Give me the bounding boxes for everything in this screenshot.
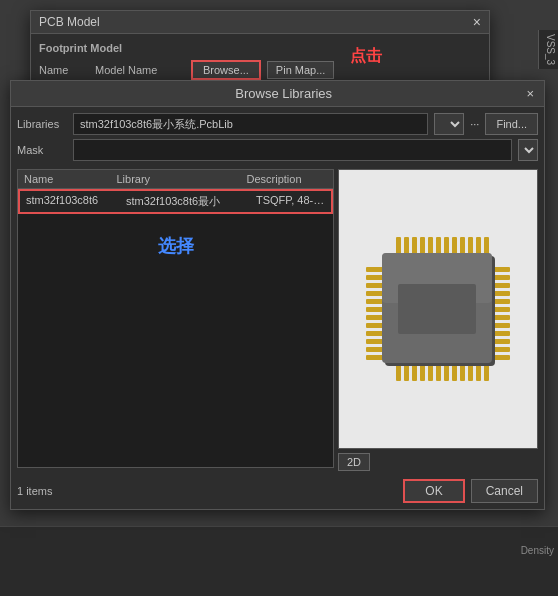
chip-preview <box>358 229 518 389</box>
svg-rect-9 <box>366 339 384 344</box>
browse-close-button[interactable]: × <box>526 86 534 101</box>
pcb-model-close-button[interactable]: × <box>473 15 481 29</box>
ok-button[interactable]: OK <box>403 479 464 503</box>
svg-rect-3 <box>366 291 384 296</box>
cell-name: stm32f103c8t6 <box>20 191 120 212</box>
right-side-label: VSS_3 <box>538 30 558 69</box>
description-header: Description <box>241 170 334 188</box>
svg-rect-31 <box>452 237 457 255</box>
libraries-label: Libraries <box>17 118 67 130</box>
svg-rect-30 <box>444 237 449 255</box>
browse-title: Browse Libraries <box>41 86 526 101</box>
name-header: Name <box>18 170 111 188</box>
pcb-model-titlebar: PCB Model × <box>31 11 489 34</box>
svg-rect-1 <box>366 275 384 280</box>
mask-label: Mask <box>17 144 67 156</box>
pinmap-button[interactable]: Pin Map... <box>267 61 335 79</box>
svg-rect-51 <box>398 284 476 334</box>
click-annotation: 点击 <box>350 46 382 67</box>
svg-rect-8 <box>366 331 384 336</box>
cell-description: TSQFP, 48-Lea <box>250 191 331 212</box>
library-header: Library <box>111 170 241 188</box>
chip-svg <box>358 229 518 389</box>
libraries-row: Libraries stm32f103c8t6最小系统.PcbLib ··· F… <box>17 113 538 135</box>
svg-rect-26 <box>412 237 417 255</box>
svg-rect-10 <box>366 347 384 352</box>
svg-rect-11 <box>366 355 384 360</box>
pcb-model-title: PCB Model <box>39 15 100 29</box>
list-panel: Name Library Description stm32f103c8t6 s… <box>17 169 334 471</box>
mask-input[interactable] <box>73 139 512 161</box>
footprint-row: Name Model Name Browse... Pin Map... <box>39 60 481 80</box>
svg-rect-2 <box>366 283 384 288</box>
library-dropdown[interactable] <box>434 113 464 135</box>
library-path-display: stm32f103c8t6最小系统.PcbLib <box>73 113 428 135</box>
dialog-buttons: OK Cancel <box>403 479 538 503</box>
list-header: Name Library Description <box>17 169 334 188</box>
name-column-label: Name <box>39 64 89 76</box>
svg-rect-32 <box>460 237 465 255</box>
svg-rect-4 <box>366 299 384 304</box>
preview-panel: 2D <box>338 169 538 471</box>
svg-rect-7 <box>366 323 384 328</box>
footprint-section-label: Footprint Model <box>39 42 481 54</box>
svg-rect-5 <box>366 307 384 312</box>
svg-rect-34 <box>476 237 481 255</box>
find-button[interactable]: Find... <box>485 113 538 135</box>
mask-dropdown[interactable] <box>518 139 538 161</box>
svg-rect-35 <box>484 237 489 255</box>
bottom-strip: Density <box>0 526 558 596</box>
browse-body: Libraries stm32f103c8t6最小系统.PcbLib ··· F… <box>11 107 544 509</box>
item-count: 1 items <box>17 485 52 497</box>
density-label: Density <box>521 545 554 556</box>
svg-rect-27 <box>420 237 425 255</box>
component-list: stm32f103c8t6 stm32f103c8t6最小 TSQFP, 48-… <box>17 188 334 468</box>
svg-rect-28 <box>428 237 433 255</box>
list-item[interactable]: stm32f103c8t6 stm32f103c8t6最小 TSQFP, 48-… <box>18 189 333 214</box>
browse-libraries-dialog: Browse Libraries × Libraries stm32f103c8… <box>10 80 545 510</box>
view-2d-button[interactable]: 2D <box>338 453 370 471</box>
lib-more-btn[interactable]: ··· <box>470 118 479 130</box>
svg-rect-25 <box>404 237 409 255</box>
svg-rect-33 <box>468 237 473 255</box>
model-column-label: Model Name <box>95 64 185 76</box>
preview-area <box>338 169 538 449</box>
svg-rect-29 <box>436 237 441 255</box>
cell-library: stm32f103c8t6最小 <box>120 191 250 212</box>
svg-rect-0 <box>366 267 384 272</box>
svg-rect-24 <box>396 237 401 255</box>
svg-rect-6 <box>366 315 384 320</box>
browse-titlebar: Browse Libraries × <box>11 81 544 107</box>
bottom-row: 1 items OK Cancel <box>17 479 538 503</box>
cancel-button[interactable]: Cancel <box>471 479 538 503</box>
main-content-area: Name Library Description stm32f103c8t6 s… <box>17 169 538 471</box>
select-annotation: 选择 <box>18 214 333 278</box>
browse-button[interactable]: Browse... <box>191 60 261 80</box>
mask-row: Mask <box>17 139 538 161</box>
